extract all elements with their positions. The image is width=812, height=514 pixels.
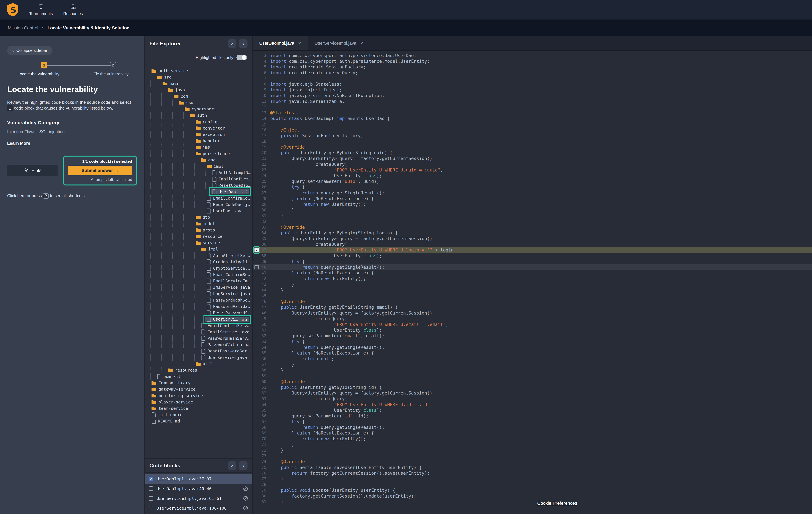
learn-more-link[interactable]: Learn More	[7, 141, 30, 146]
tree-folder-row[interactable]: impl	[150, 163, 252, 169]
line-checkbox[interactable]	[255, 265, 259, 269]
close-icon[interactable]: ×	[298, 40, 301, 46]
tree-folder-row[interactable]: resources	[150, 367, 252, 373]
code-block-checkbox[interactable]: ✓	[149, 477, 153, 481]
hints-button[interactable]: Hints	[7, 165, 58, 177]
explorer-prev-button[interactable]: ∧	[228, 39, 236, 48]
tree-guide	[150, 227, 155, 233]
highlighted-files-toggle[interactable]	[236, 55, 247, 60]
tree-file-row[interactable]: ResetPasswordServi…	[150, 348, 252, 354]
shortcuts-hint[interactable]: Click here or press ? to see all shortcu…	[7, 193, 137, 199]
tree-guide	[161, 112, 167, 118]
brand-shield-logo[interactable]	[6, 3, 19, 17]
tree-file-row[interactable]: UserService…⚠2	[150, 316, 252, 322]
tree-guide	[161, 259, 167, 265]
tree-guide	[172, 310, 178, 316]
code-lines: 3import com.csw.cybersport.auth.persiste…	[253, 51, 812, 514]
tree-folder-row[interactable]: auth-service	[150, 67, 252, 74]
code-block-checkbox[interactable]	[149, 496, 153, 501]
tree-file-row[interactable]: PasswordHashServ…	[150, 297, 252, 303]
tree-file-row[interactable]: EmailConfirmServ…	[150, 271, 252, 278]
code-block-item[interactable]: UserServiceImpl.java:106-106	[145, 503, 252, 513]
tree-folder-row[interactable]: player-service	[150, 399, 252, 405]
tree-folder-row[interactable]: main	[150, 80, 252, 87]
tab-userdaoimpl[interactable]: UserDaoImpl.java ×	[253, 36, 308, 50]
folder-icon	[196, 221, 201, 226]
tree-file-row[interactable]: UserService.java	[150, 354, 252, 360]
cookie-preferences-link[interactable]: Cookie Preferences	[537, 501, 577, 506]
code-block-checkbox[interactable]	[149, 506, 153, 510]
tree-folder-row[interactable]: auth	[150, 112, 252, 118]
tree-folder-row[interactable]: converter	[150, 125, 252, 131]
tree-file-row[interactable]: pom.xml	[150, 373, 252, 380]
tree-file-row[interactable]: README.md	[150, 418, 252, 424]
code-blocks-next-button[interactable]: ∨	[239, 461, 248, 470]
code-block-item[interactable]: ✓UserDaoImpl.java:37-37	[145, 474, 252, 484]
collapse-sidebar-button[interactable]: ‹ Collapse sidebar	[7, 46, 53, 55]
code-block-item[interactable]: UserServiceImpl.java:61-61	[145, 493, 252, 503]
tree-file-row[interactable]: AuthAttemptDao…	[150, 169, 252, 176]
tree-guide	[161, 163, 167, 169]
tree-folder-row[interactable]: handler	[150, 138, 252, 144]
tree-folder-row[interactable]: csw	[150, 100, 252, 106]
tree-folder-row[interactable]: jms	[150, 144, 252, 151]
nav-item-resources[interactable]: Resources	[63, 4, 83, 16]
tree-file-row[interactable]: ResetCodeDao.java	[150, 201, 252, 208]
tree-file-row[interactable]: JmsService.java	[150, 284, 252, 291]
close-icon[interactable]: ×	[360, 40, 363, 46]
tree-guide	[161, 348, 167, 354]
tree-guide	[172, 335, 178, 342]
tree-file-row[interactable]: PasswordValidatorS…	[150, 342, 252, 348]
tree-file-row[interactable]: CryptoService.ja…	[150, 265, 252, 271]
tree-folder-row[interactable]: cybersport	[150, 106, 252, 112]
tree-folder-row[interactable]: java	[150, 87, 252, 93]
tree-file-row[interactable]: .gitignore	[150, 412, 252, 418]
tree-folder-row[interactable]: com	[150, 93, 252, 100]
warning-badge: ⚠2	[242, 190, 248, 194]
code-text: }	[270, 362, 294, 367]
tree-folder-row[interactable]: team-service	[150, 405, 252, 412]
submit-answer-button[interactable]: Submit answer →	[68, 166, 132, 175]
tree-folder-row[interactable]: src	[150, 74, 252, 80]
tree-folder-row[interactable]: impl	[150, 246, 252, 252]
tree-file-row[interactable]: UserDaoIm…⚠2	[150, 189, 252, 195]
breadcrumb[interactable]: Mission Control	[8, 25, 38, 31]
tree-file-row[interactable]: EmailConfirmServic…	[150, 323, 252, 329]
tree-folder-row[interactable]: config	[150, 119, 252, 125]
tree-file-row[interactable]: AuthAttemptServi…	[150, 252, 252, 259]
tab-userserviceimpl[interactable]: UserServiceImpl.java ×	[308, 36, 370, 50]
code-blocks-list: ✓UserDaoImpl.java:37-37UserDaoImpl.java:…	[145, 473, 252, 514]
tree-folder-row[interactable]: monitoring-service	[150, 393, 252, 399]
tree-folder-row[interactable]: exception	[150, 131, 252, 138]
tree-folder-row[interactable]: resource	[150, 233, 252, 240]
tree-file-row[interactable]: EmailServiceImpl…	[150, 278, 252, 284]
tree-folder-row[interactable]: model	[150, 221, 252, 227]
tree-folder-row[interactable]: service	[150, 240, 252, 246]
tree-file-row[interactable]: ResetCodeDaoI…	[150, 182, 252, 189]
line-number: 46	[260, 299, 270, 304]
tree-file-row[interactable]: EmailService.java	[150, 329, 252, 335]
nav-item-tournaments[interactable]: Tournaments	[29, 4, 53, 16]
tree-file-row[interactable]: CredentialValida…	[150, 259, 252, 265]
tree-file-row[interactable]: LogService.java	[150, 291, 252, 297]
tree-guide	[183, 112, 189, 118]
tree-folder-row[interactable]: CommonLibrary	[150, 380, 252, 386]
tree-folder-row[interactable]: dao	[150, 157, 252, 163]
tree-folder-row[interactable]: gateway-service	[150, 386, 252, 393]
line-checkbox[interactable]: ✓	[255, 248, 259, 252]
code-blocks-prev-button[interactable]: ∧	[228, 461, 236, 470]
tree-file-row[interactable]: EmailConfirmCode…	[150, 195, 252, 201]
tree-folder-row[interactable]: dto	[150, 214, 252, 220]
tree-folder-row[interactable]: persistence	[150, 151, 252, 157]
nav-label: Tournaments	[29, 11, 53, 16]
tree-file-row[interactable]: UserDao.java	[150, 208, 252, 214]
tree-folder-row[interactable]: proto	[150, 227, 252, 233]
tree-file-row[interactable]: PasswordValidato…	[150, 303, 252, 310]
explorer-next-button[interactable]: ∨	[239, 39, 248, 48]
tree-file-row[interactable]: PasswordHashServic…	[150, 335, 252, 342]
code-block-item[interactable]: UserDaoImpl.java:40-40	[145, 484, 252, 493]
code-block-checkbox[interactable]	[149, 486, 153, 491]
tree-folder-row[interactable]: util	[150, 361, 252, 367]
tree-file-row[interactable]: EmailConfirmCo…	[150, 176, 252, 182]
tree-file-row[interactable]: ResetPasswordSe…	[150, 310, 252, 316]
